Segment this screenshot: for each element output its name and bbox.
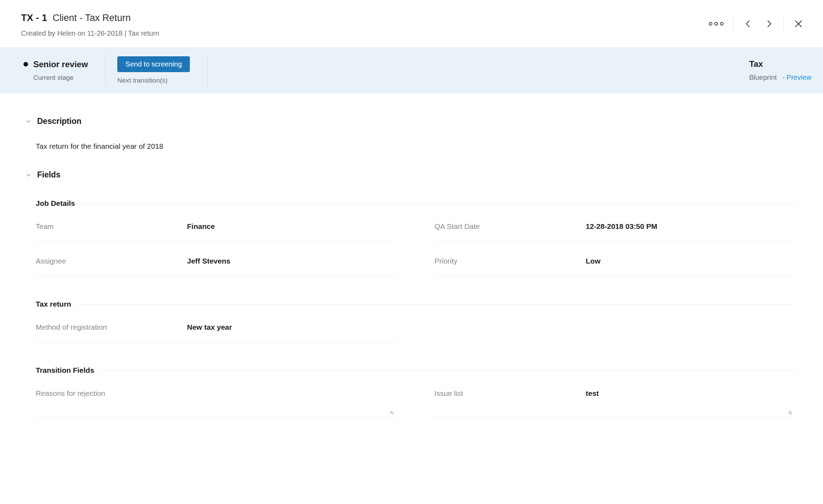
field-row-qa-start-date: QA Start Date 12-28-2018 03:50 PM — [435, 208, 795, 242]
divider — [783, 18, 784, 30]
ticket-title: Client - Tax Return — [53, 13, 131, 23]
field-row-team: Team Finance — [36, 208, 396, 242]
description-section: Description Tax return for the financial… — [25, 117, 795, 150]
previous-button[interactable] — [741, 17, 755, 30]
chevron-left-icon — [744, 19, 753, 28]
fields-section-title: Fields — [37, 170, 60, 180]
fields-section-toggle[interactable]: Fields — [25, 170, 795, 180]
ticket-detail-content: Description Tax return for the financial… — [0, 93, 823, 418]
group-tax-return: Tax return Method of registration New ta… — [36, 300, 795, 343]
page-title: TX - 1 Client - Tax Return — [21, 12, 159, 24]
reasons-for-rejection-label: Reasons for rejection — [36, 389, 187, 398]
ellipsis-icon — [709, 22, 724, 26]
priority-value[interactable]: Low — [586, 257, 601, 265]
current-stage-label: Senior review — [33, 59, 88, 69]
current-stage-cell: Senior review Current stage — [23, 47, 105, 93]
blueprint-line: Blueprint - Preview — [749, 74, 811, 82]
description-section-title: Description — [37, 117, 82, 126]
issue-list-value[interactable]: test — [586, 389, 599, 398]
team-label: Team — [36, 222, 187, 231]
issue-list-label: Issue list — [435, 389, 586, 398]
group-transition-fields: Transition Fields Reasons for rejection … — [36, 366, 795, 418]
group-job-details-title: Job Details — [36, 199, 75, 208]
assignee-label: Assignee — [36, 257, 187, 265]
blueprint-preview-link[interactable]: - Preview — [782, 74, 811, 81]
field-row-reasons-for-rejection[interactable]: Reasons for rejection — [36, 374, 396, 418]
field-row-priority: Priority Low — [435, 242, 795, 277]
method-of-registration-label: Method of registration — [36, 323, 187, 331]
ticket-header: TX - 1 Client - Tax Return Created by He… — [0, 0, 823, 47]
chevron-right-icon — [765, 19, 774, 28]
empty-cell — [435, 308, 795, 343]
description-body: Tax return for the financial year of 201… — [25, 142, 795, 150]
field-row-method-of-registration: Method of registration New tax year — [36, 308, 396, 343]
job-details-rows: Team Finance QA Start Date 12-28-2018 03… — [36, 208, 795, 277]
transition-fields-rows: Reasons for rejection Issue list test — [36, 374, 795, 418]
rule — [81, 203, 795, 204]
qa-start-date-label: QA Start Date — [435, 222, 586, 231]
next-button[interactable] — [762, 17, 776, 30]
field-row-issue-list[interactable]: Issue list test — [435, 374, 795, 418]
ticket-id: TX - 1 — [21, 13, 47, 23]
field-row-assignee: Assignee Jeff Stevens — [36, 242, 396, 277]
textarea-resize-handle[interactable] — [787, 410, 793, 415]
more-options-button[interactable] — [707, 20, 726, 28]
fields-body: Job Details Team Finance QA Start Date 1… — [25, 199, 795, 418]
group-tax-return-head: Tax return — [36, 300, 795, 308]
spacer — [208, 47, 749, 93]
ticket-meta: Created by Helen on 11-26-2018 | Tax ret… — [21, 29, 159, 37]
divider — [733, 18, 734, 30]
current-stage-caption: Current stage — [23, 74, 88, 82]
group-tax-return-title: Tax return — [36, 300, 71, 308]
close-icon — [794, 19, 803, 29]
textarea-resize-handle[interactable] — [389, 410, 394, 415]
group-transition-fields-head: Transition Fields — [36, 366, 795, 374]
group-job-details-head: Job Details — [36, 199, 795, 208]
stage-dot-icon — [23, 62, 28, 66]
send-to-screening-button[interactable]: Send to screening — [117, 56, 190, 72]
chevron-down-icon[interactable] — [25, 118, 32, 125]
assignee-value[interactable]: Jeff Stevens — [187, 257, 230, 265]
group-job-details: Job Details Team Finance QA Start Date 1… — [36, 199, 795, 277]
team-value[interactable]: Finance — [187, 222, 215, 231]
current-stage: Senior review — [23, 59, 88, 69]
blueprint-caption: Blueprint — [749, 74, 777, 81]
priority-label: Priority — [435, 257, 586, 265]
group-transition-fields-title: Transition Fields — [36, 366, 94, 374]
description-section-toggle[interactable]: Description — [25, 117, 795, 126]
close-button[interactable] — [791, 17, 805, 31]
chevron-down-icon[interactable] — [25, 171, 32, 179]
description-text: Tax return for the financial year of 201… — [36, 142, 795, 150]
rule — [100, 370, 795, 371]
blueprint-stage-bar: Senior review Current stage Send to scre… — [0, 47, 823, 93]
tax-return-rows: Method of registration New tax year — [36, 308, 795, 343]
next-transition-cell: Send to screening Next transition(s) — [106, 47, 207, 93]
header-actions — [707, 17, 805, 31]
rule — [77, 304, 795, 304]
qa-start-date-value[interactable]: 12-28-2018 03:50 PM — [586, 222, 657, 231]
next-transition-caption: Next transition(s) — [117, 77, 190, 84]
title-block: TX - 1 Client - Tax Return Created by He… — [21, 10, 159, 37]
method-of-registration-value[interactable]: New tax year — [187, 323, 232, 331]
blueprint-name: Tax — [749, 59, 763, 69]
blueprint-cell: Tax Blueprint - Preview — [749, 47, 811, 93]
fields-section: Fields Job Details Team Finance QA Start… — [25, 170, 795, 418]
